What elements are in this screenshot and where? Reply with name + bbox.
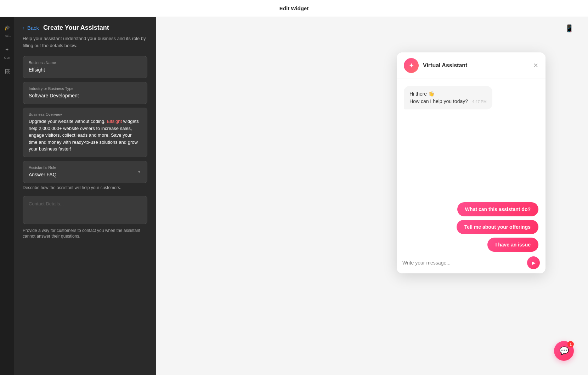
train-icon: 🎓 [2,23,12,33]
chat-header-left: ✦ Virtual Assistant [404,58,467,73]
floating-chat-button[interactable]: 💬 1 [554,341,574,361]
form-subtitle: Help your assistant understand your busi… [23,35,147,49]
greeting-line2: How can I help you today? [409,98,468,104]
overview-value: Upgrade your website without coding. Elf… [29,118,141,153]
role-label: Assistant's Role [29,165,141,170]
chat-avatar: ✦ [404,58,419,73]
elfsight-highlight: Elfsight [107,119,122,124]
chat-input[interactable] [402,260,524,266]
sidebar-gen-label: Gen [4,56,10,59]
back-nav: ‹ Back Create Your Assistant [23,24,147,32]
message-time: 4:47 PM [472,100,487,104]
quick-replies: What can this assistant do? Tell me abou… [397,202,545,252]
role-description: Describe how the assistant will help you… [23,185,147,190]
send-button[interactable]: ▶ [527,256,540,269]
business-name-value: Elfsight [29,66,141,74]
top-bar: Edit Widget [0,0,588,17]
provide-text: Provide a way for customers to contact y… [23,228,147,240]
overview-label: Business Overview [29,112,141,117]
greeting-line1: Hi there 👋 [409,91,434,97]
back-chevron-icon: ‹ [23,25,24,31]
role-value: Answer FAQ [29,171,141,178]
chat-title: Virtual Assistant [423,62,467,69]
overview-field[interactable]: Business Overview Upgrade your website w… [23,108,147,157]
left-panel: 🎓 Trai... ✦ Gen 🖼 ‹ Back Create Your Ass… [0,17,156,375]
form-panel: ‹ Back Create Your Assistant Help your a… [14,17,156,375]
industry-label: Industry or Business Type [29,86,141,91]
gen-icon: ✦ [2,45,12,55]
floating-badge: 1 [567,341,574,347]
other-icon: 🖼 [2,67,12,76]
floating-chat-icon: 💬 [559,346,569,356]
contact-field[interactable]: Contact Details... [23,196,147,224]
form-title: Create Your Assistant [43,24,109,32]
industry-value: Software Development [29,92,141,100]
chat-input-area: ▶ [397,252,545,273]
role-chevron-icon: ▼ [137,169,141,174]
industry-field[interactable]: Industry or Business Type Software Devel… [23,82,147,104]
chat-widget: ✦ Virtual Assistant ✕ Hi there 👋 How can… [397,52,545,273]
chat-messages: Hi there 👋 How can I help you today? 4:4… [397,79,545,199]
right-panel: 📱 ✦ Virtual Assistant ✕ Hi there 👋 H [156,17,588,375]
sidebar-item-other[interactable]: 🖼 [2,67,12,78]
send-icon: ▶ [532,260,536,266]
business-name-label: Business Name [29,61,141,65]
business-name-field[interactable]: Business Name Elfsight [23,56,147,78]
main-area: 🎓 Trai... ✦ Gen 🖼 ‹ Back Create Your Ass… [0,17,588,375]
avatar-icon: ✦ [409,62,414,69]
role-field[interactable]: Assistant's Role Answer FAQ ▼ [23,161,147,183]
page-title: Edit Widget [279,5,309,11]
sidebar-icons: 🎓 Trai... ✦ Gen 🖼 [0,17,14,375]
quick-reply-3[interactable]: I have an issue [487,238,538,252]
bot-greeting-text: Hi there 👋 How can I help you today? 4:4… [409,90,487,105]
sidebar-item-train[interactable]: 🎓 Trai... [2,23,12,38]
sidebar-train-label: Trai... [3,34,11,38]
contact-placeholder: Contact Details... [29,201,141,206]
bot-greeting-bubble: Hi there 👋 How can I help you today? 4:4… [404,86,492,109]
chat-close-button[interactable]: ✕ [533,62,538,69]
quick-reply-2[interactable]: Tell me about your offerings [457,220,538,234]
mobile-icon[interactable]: 📱 [565,24,574,33]
chat-header: ✦ Virtual Assistant ✕ [397,52,545,79]
back-button[interactable]: Back [27,25,39,31]
sidebar-item-gen[interactable]: ✦ Gen [2,45,12,59]
quick-reply-1[interactable]: What can this assistant do? [457,202,538,216]
